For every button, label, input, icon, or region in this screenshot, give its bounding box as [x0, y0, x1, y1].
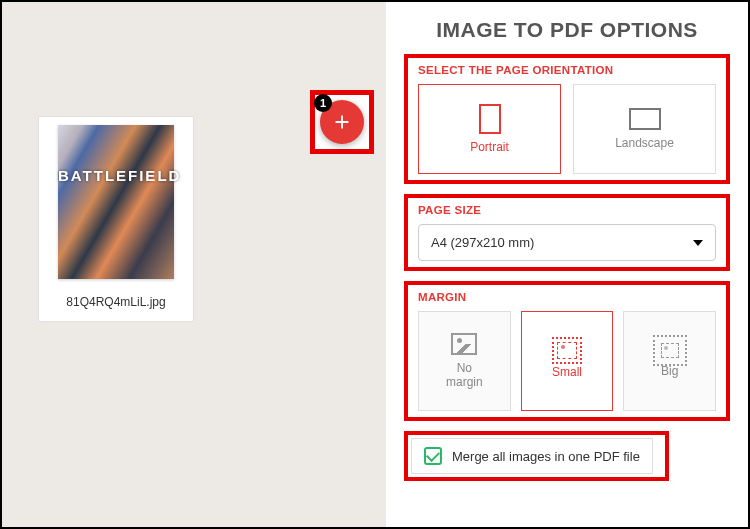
- add-image-button[interactable]: 1: [320, 100, 364, 144]
- orientation-landscape-label: Landscape: [615, 136, 674, 150]
- panel-title: IMAGE TO PDF OPTIONS: [404, 2, 730, 54]
- image-small-margin-icon: [557, 342, 577, 359]
- page-size-value: A4 (297x210 mm): [431, 235, 534, 250]
- margin-option-small[interactable]: Small: [521, 311, 614, 411]
- image-thumbnail-card[interactable]: BATTLEFIELD 81Q4RQ4mLiL.jpg: [38, 116, 194, 322]
- plus-icon: [331, 111, 353, 133]
- margin-big-label: Big: [661, 364, 678, 378]
- image-count-badge: 1: [314, 94, 332, 112]
- checkmark-icon: [424, 447, 442, 465]
- image-thumbnail-overlay-text: BATTLEFIELD: [58, 167, 174, 184]
- margin-none-label: No margin: [446, 361, 483, 390]
- margin-option-none[interactable]: No margin: [418, 311, 511, 411]
- highlight-page-size: PAGE SIZE A4 (297x210 mm): [404, 194, 730, 271]
- orientation-portrait-label: Portrait: [470, 140, 509, 154]
- orientation-option-landscape[interactable]: Landscape: [573, 84, 716, 174]
- margin-small-label: Small: [552, 365, 582, 379]
- highlight-orientation: SELECT THE PAGE ORIENTATION Portrait Lan…: [404, 54, 730, 184]
- landscape-icon: [629, 108, 661, 130]
- highlight-margin: MARGIN No margin Small Big: [404, 281, 730, 421]
- page-size-select[interactable]: A4 (297x210 mm): [418, 224, 716, 261]
- orientation-option-portrait[interactable]: Portrait: [418, 84, 561, 174]
- merge-label: Merge all images in one PDF file: [452, 449, 640, 464]
- image-icon: [451, 333, 477, 355]
- orientation-label: SELECT THE PAGE ORIENTATION: [418, 64, 716, 76]
- page-size-label: PAGE SIZE: [418, 204, 716, 216]
- left-pane: BATTLEFIELD 81Q4RQ4mLiL.jpg 1: [2, 2, 386, 527]
- margin-option-big[interactable]: Big: [623, 311, 716, 411]
- image-big-margin-icon: [661, 343, 679, 358]
- margin-label: MARGIN: [418, 291, 716, 303]
- highlight-add-button: 1: [310, 90, 374, 154]
- chevron-down-icon: [693, 240, 703, 246]
- highlight-merge: Merge all images in one PDF file: [404, 431, 669, 481]
- options-panel: IMAGE TO PDF OPTIONS SELECT THE PAGE ORI…: [386, 2, 748, 527]
- image-thumbnail: BATTLEFIELD: [58, 125, 174, 279]
- portrait-icon: [479, 104, 501, 134]
- image-filename: 81Q4RQ4mLiL.jpg: [66, 295, 165, 309]
- merge-checkbox-row[interactable]: Merge all images in one PDF file: [411, 438, 653, 474]
